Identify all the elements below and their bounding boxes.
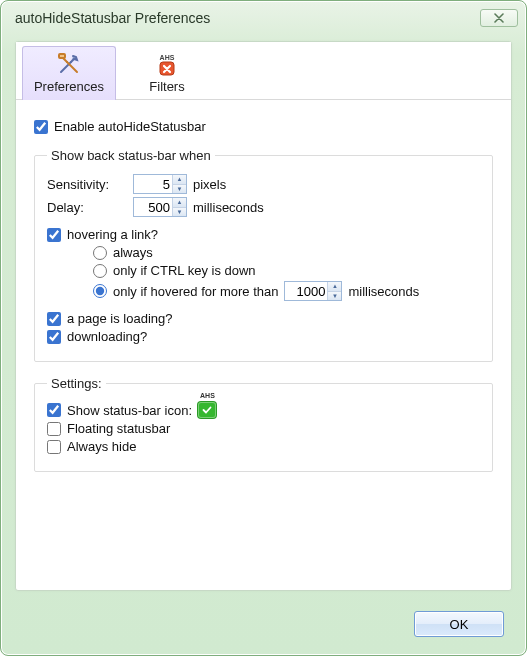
hovered-ms-spinners: ▲ ▼ bbox=[327, 282, 341, 300]
tab-preferences[interactable]: Preferences bbox=[22, 46, 116, 100]
ahs-status-icon bbox=[198, 402, 216, 418]
delay-spinners: ▲ ▼ bbox=[172, 198, 186, 216]
loading-checkbox[interactable] bbox=[47, 312, 61, 326]
floating-label: Floating statusbar bbox=[67, 421, 170, 436]
alwayshide-checkbox[interactable] bbox=[47, 440, 61, 454]
sensitivity-spinners: ▲ ▼ bbox=[172, 175, 186, 193]
alwayshide-row: Always hide bbox=[47, 439, 480, 454]
tab-preferences-label: Preferences bbox=[34, 79, 104, 94]
tab-content: Enable autoHideStatusbar Show back statu… bbox=[16, 100, 511, 488]
preferences-icon bbox=[53, 51, 85, 79]
showicon-checkbox[interactable] bbox=[47, 403, 61, 417]
enable-row: Enable autoHideStatusbar bbox=[34, 119, 493, 134]
delay-row: Delay: ▲ ▼ milliseconds bbox=[47, 197, 480, 217]
downloading-label: downloading? bbox=[67, 329, 147, 344]
showicon-row: Show status-bar icon: AHS bbox=[47, 402, 480, 418]
downloading-checkbox[interactable] bbox=[47, 330, 61, 344]
hover-opt-hovered-row: only if hovered for more than ▲ ▼ millis… bbox=[47, 281, 480, 301]
hover-radio-ctrl[interactable] bbox=[93, 264, 107, 278]
delay-input[interactable] bbox=[134, 198, 172, 216]
sensitivity-row: Sensitivity: ▲ ▼ pixels bbox=[47, 174, 480, 194]
hover-opt-always-row: always bbox=[47, 245, 480, 260]
hover-opt-ctrl-row: only if CTRL key is down bbox=[47, 263, 480, 278]
hover-label: hovering a link? bbox=[67, 227, 158, 242]
close-button[interactable] bbox=[480, 9, 518, 27]
panel: Preferences AHS Filters Enable autoHideS… bbox=[15, 41, 512, 591]
hovered-ms-down[interactable]: ▼ bbox=[328, 291, 341, 301]
button-row: OK bbox=[414, 611, 504, 637]
alwayshide-label: Always hide bbox=[67, 439, 136, 454]
close-icon bbox=[493, 13, 505, 23]
dialog-window: autoHideStatusbar Preferences bbox=[0, 0, 527, 656]
downloading-row: downloading? bbox=[47, 329, 480, 344]
showback-fieldset: Show back status-bar when Sensitivity: ▲… bbox=[34, 148, 493, 362]
hover-radio-always[interactable] bbox=[93, 246, 107, 260]
tab-filters-label: Filters bbox=[149, 79, 184, 94]
hovered-ms-up[interactable]: ▲ bbox=[328, 282, 341, 291]
hover-checkbox[interactable] bbox=[47, 228, 61, 242]
window-title: autoHideStatusbar Preferences bbox=[15, 10, 480, 26]
sensitivity-up[interactable]: ▲ bbox=[173, 175, 186, 184]
hover-opt-hovered-prefix: only if hovered for more than bbox=[113, 284, 278, 299]
loading-row: a page is loading? bbox=[47, 311, 480, 326]
settings-fieldset: Settings: Show status-bar icon: AHS Floa… bbox=[34, 376, 493, 472]
ahs-badge-wrap: AHS bbox=[198, 402, 216, 418]
hover-opt-ctrl-label: only if CTRL key is down bbox=[113, 263, 256, 278]
hover-opt-always-label: always bbox=[113, 245, 153, 260]
delay-field: ▲ ▼ bbox=[133, 197, 187, 217]
ok-button[interactable]: OK bbox=[414, 611, 504, 637]
delay-down[interactable]: ▼ bbox=[173, 207, 186, 217]
showback-legend: Show back status-bar when bbox=[47, 148, 215, 163]
enable-checkbox[interactable] bbox=[34, 120, 48, 134]
delay-unit: milliseconds bbox=[193, 200, 264, 215]
sensitivity-field: ▲ ▼ bbox=[133, 174, 187, 194]
hovered-ms-field: ▲ ▼ bbox=[284, 281, 342, 301]
filters-icon: AHS bbox=[151, 51, 183, 79]
floating-row: Floating statusbar bbox=[47, 421, 480, 436]
titlebar: autoHideStatusbar Preferences bbox=[1, 1, 526, 35]
settings-legend: Settings: bbox=[47, 376, 106, 391]
hovered-ms-input[interactable] bbox=[285, 282, 327, 300]
svg-text:AHS: AHS bbox=[160, 54, 175, 61]
ahs-badge-text: AHS bbox=[200, 392, 215, 399]
svg-rect-0 bbox=[59, 54, 65, 58]
delay-up[interactable]: ▲ bbox=[173, 198, 186, 207]
sensitivity-input[interactable] bbox=[134, 175, 172, 193]
hover-row: hovering a link? bbox=[47, 227, 480, 242]
delay-label: Delay: bbox=[47, 200, 127, 215]
tab-filters[interactable]: AHS Filters bbox=[120, 46, 214, 100]
loading-label: a page is loading? bbox=[67, 311, 173, 326]
enable-label: Enable autoHideStatusbar bbox=[54, 119, 206, 134]
hover-radio-hovered[interactable] bbox=[93, 284, 107, 298]
sensitivity-unit: pixels bbox=[193, 177, 226, 192]
showicon-label: Show status-bar icon: bbox=[67, 403, 192, 418]
hover-opt-hovered-unit: milliseconds bbox=[348, 284, 419, 299]
sensitivity-label: Sensitivity: bbox=[47, 177, 127, 192]
sensitivity-down[interactable]: ▼ bbox=[173, 184, 186, 194]
tab-bar: Preferences AHS Filters bbox=[16, 42, 511, 100]
floating-checkbox[interactable] bbox=[47, 422, 61, 436]
